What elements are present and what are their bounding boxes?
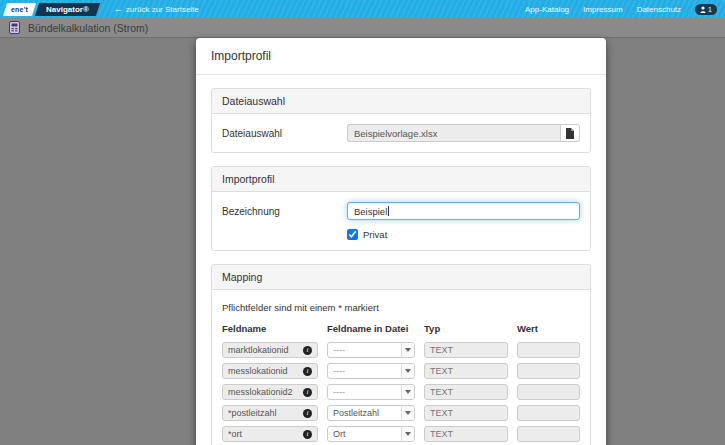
mapping-row: *postleitzahl i Postleitzahl TEXT: [222, 405, 580, 421]
feldname-value: messlokationid2: [228, 387, 293, 397]
feldname-value: messlokationid: [228, 366, 288, 376]
typ-cell: TEXT: [424, 363, 508, 379]
feldname-in-datei-select[interactable]: ----: [327, 384, 415, 400]
col-header-feldname-in-datei: Feldname in Datei: [327, 323, 415, 334]
wert-cell: [517, 363, 580, 379]
modal-title: Importprofil: [196, 38, 606, 75]
mapping-column-headers: Feldname Feldname in Datei Typ Wert: [222, 323, 580, 334]
wert-cell: [517, 426, 580, 442]
mapping-row: messlokationid i ---- TEXT: [222, 363, 580, 379]
user-icon: [700, 6, 706, 13]
feldname-in-datei-select[interactable]: ----: [327, 363, 415, 379]
product-name-banner: Navigator®: [35, 3, 100, 16]
app-katalog-link[interactable]: App-Katalog: [525, 5, 569, 14]
selected-file-input: Beispielvorlage.xlsx: [347, 124, 560, 142]
feldname-in-datei-select[interactable]: Postleitzahl: [327, 405, 415, 421]
info-icon[interactable]: i: [303, 367, 312, 376]
file-icon: [565, 128, 574, 139]
select-value: ----: [333, 387, 345, 397]
back-to-start-link[interactable]: ← zurück zur Startseite: [114, 4, 199, 14]
typ-cell: TEXT: [424, 384, 508, 400]
col-header-wert: Wert: [517, 323, 580, 334]
info-icon[interactable]: i: [303, 409, 312, 418]
page-title: Bündelkalkulation (Strom): [28, 22, 148, 34]
required-fields-note: Pflichtfelder sind mit einem * markiert: [222, 302, 580, 313]
feldname-in-datei-select[interactable]: ----: [327, 342, 415, 358]
application-header-bar: Bündelkalkulation (Strom): [0, 18, 725, 38]
privat-checkbox-label[interactable]: Privat: [363, 229, 387, 240]
info-icon[interactable]: i: [303, 388, 312, 397]
file-browse-button[interactable]: [560, 124, 580, 142]
import-profile-panel: Importprofil Bezeichnung Beispiel Privat: [211, 166, 591, 251]
user-count-badge[interactable]: 1: [695, 4, 717, 15]
feldname-cell: marktlokationid i: [222, 342, 318, 358]
select-value: Ort: [333, 429, 346, 439]
info-icon[interactable]: i: [303, 346, 312, 355]
topbar-right-links: App-Katalog Impressum Datenschutz 1: [525, 4, 725, 15]
select-value: ----: [333, 345, 345, 355]
mapping-row: messlokationid2 i ---- TEXT: [222, 384, 580, 400]
col-header-feldname: Feldname: [222, 323, 318, 334]
product-name-label: Navigator®: [46, 5, 89, 14]
privat-checkbox[interactable]: [347, 229, 358, 240]
mapping-rows-container: marktlokationid i ---- TEXT messlokation…: [222, 342, 580, 445]
chevron-down-icon: [401, 406, 414, 420]
mapping-panel: Mapping Pflichtfelder sind mit einem * m…: [211, 264, 591, 445]
app-document-icon: [8, 21, 21, 34]
user-count-value: 1: [708, 6, 712, 13]
back-link-label: zurück zur Startseite: [126, 5, 199, 14]
select-value: ----: [333, 366, 345, 376]
typ-cell: TEXT: [424, 426, 508, 442]
file-panel-heading: Dateiauswahl: [212, 89, 590, 114]
mapping-row: *ort i Ort TEXT: [222, 426, 580, 442]
file-field-label: Dateiauswahl: [222, 128, 347, 139]
bezeichnung-input[interactable]: Beispiel: [347, 202, 580, 220]
chevron-down-icon: [401, 427, 414, 441]
info-icon[interactable]: i: [303, 430, 312, 439]
feldname-cell: messlokationid2 i: [222, 384, 318, 400]
feldname-cell: messlokationid i: [222, 363, 318, 379]
mapping-panel-heading: Mapping: [212, 265, 590, 290]
profile-panel-heading: Importprofil: [212, 167, 590, 192]
wert-cell: [517, 384, 580, 400]
select-value: Postleitzahl: [333, 408, 379, 418]
typ-cell: TEXT: [424, 405, 508, 421]
company-logo: ene't: [3, 3, 36, 16]
brand-logo[interactable]: ene't Navigator®: [5, 0, 98, 18]
top-navigation-bar: ene't Navigator® ← zurück zur Startseite…: [0, 0, 725, 18]
modal-body: Dateiauswahl Dateiauswahl Beispielvorlag…: [196, 75, 606, 445]
feldname-value: *postleitzahl: [228, 408, 277, 418]
company-logo-text: ene't: [11, 6, 28, 13]
col-header-typ: Typ: [424, 323, 508, 334]
bezeichnung-label: Bezeichnung: [222, 206, 347, 217]
file-selection-panel: Dateiauswahl Dateiauswahl Beispielvorlag…: [211, 88, 591, 153]
impressum-link[interactable]: Impressum: [583, 5, 623, 14]
left-arrow-icon: ←: [114, 4, 123, 14]
wert-cell: [517, 342, 580, 358]
importprofil-modal: Importprofil Dateiauswahl Dateiauswahl B…: [196, 38, 606, 445]
chevron-down-icon: [401, 364, 414, 378]
feldname-cell: *postleitzahl i: [222, 405, 318, 421]
feldname-cell: *ort i: [222, 426, 318, 442]
typ-cell: TEXT: [424, 342, 508, 358]
datenschutz-link[interactable]: Datenschutz: [637, 5, 681, 14]
wert-cell: [517, 405, 580, 421]
text-caret: [388, 206, 389, 216]
bezeichnung-value: Beispiel: [354, 206, 387, 217]
mapping-row: marktlokationid i ---- TEXT: [222, 342, 580, 358]
chevron-down-icon: [401, 343, 414, 357]
feldname-value: marktlokationid: [228, 345, 289, 355]
feldname-value: *ort: [228, 429, 242, 439]
chevron-down-icon: [401, 385, 414, 399]
feldname-in-datei-select[interactable]: Ort: [327, 426, 415, 442]
